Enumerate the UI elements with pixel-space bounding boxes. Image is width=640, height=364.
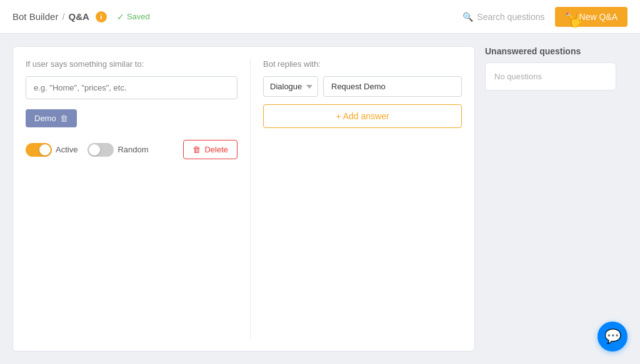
messenger-icon: 💬 xyxy=(604,328,621,345)
dialogue-select[interactable]: Dialogue xyxy=(263,76,318,97)
pencil-icon: ✏️ xyxy=(565,12,576,22)
search-placeholder-text: Search questions xyxy=(477,12,544,22)
delete-button[interactable]: 🗑 Delete xyxy=(183,140,238,159)
demo-tag-label: Demo xyxy=(34,114,56,123)
messenger-fab[interactable]: 💬 xyxy=(598,322,628,352)
random-toggle-group: Random xyxy=(88,143,148,157)
search-container: 🔍 Search questions xyxy=(462,12,544,22)
qa-card: If user says something similar to: Demo … xyxy=(12,46,475,352)
breadcrumb-sep: / xyxy=(62,11,64,22)
answer-input[interactable] xyxy=(323,76,462,97)
unanswered-title: Unanswered questions xyxy=(485,46,616,56)
unanswered-card: No questions xyxy=(485,62,616,91)
user-says-input[interactable] xyxy=(26,76,238,99)
main-content: If user says something similar to: Demo … xyxy=(0,34,640,364)
saved-badge: ✓ Saved xyxy=(117,12,150,22)
breadcrumb-qna: Q&A xyxy=(69,11,89,22)
random-toggle[interactable] xyxy=(88,143,114,157)
toggle-thumb-random xyxy=(89,144,100,155)
active-toggle-group: Active xyxy=(26,143,78,157)
toggle-thumb-active xyxy=(39,144,51,155)
trash-icon: 🗑 xyxy=(60,114,68,123)
add-answer-label: + Add answer xyxy=(336,111,389,121)
info-icon[interactable]: i xyxy=(96,11,107,22)
left-panel: If user says something similar to: Demo … xyxy=(26,59,251,338)
add-answer-button[interactable]: + Add answer xyxy=(263,104,462,128)
saved-label: Saved xyxy=(127,12,150,21)
search-icon: 🔍 xyxy=(462,12,473,22)
check-icon: ✓ xyxy=(117,12,124,22)
unanswered-empty-label: No questions xyxy=(494,72,542,81)
breadcrumb: Bot Builder / Q&A i ✓ Saved xyxy=(12,11,150,22)
active-toggle[interactable] xyxy=(26,143,52,157)
unanswered-panel: Unanswered questions No questions xyxy=(485,46,616,352)
delete-trash-icon: 🗑 xyxy=(192,145,201,154)
active-label: Active xyxy=(56,145,78,154)
new-qna-label: New Q&A xyxy=(579,12,618,22)
header-right: 🔍 Search questions ✏️ New Q&A xyxy=(462,7,628,27)
controls-row: Active Random 🗑 Delete xyxy=(26,140,238,159)
left-panel-label: If user says something similar to: xyxy=(26,59,238,69)
new-qna-button[interactable]: ✏️ New Q&A xyxy=(555,7,628,27)
header: Bot Builder / Q&A i ✓ Saved 🔍 Search que… xyxy=(0,0,640,34)
demo-tag-button[interactable]: Demo 🗑 xyxy=(26,109,77,127)
right-panel-label: Bot replies with: xyxy=(263,59,462,69)
random-label: Random xyxy=(118,145,148,154)
delete-label: Delete xyxy=(204,145,228,154)
right-panel: Bot replies with: Dialogue + Add answer xyxy=(251,59,462,338)
answer-row: Dialogue xyxy=(263,76,462,97)
breadcrumb-bot: Bot Builder xyxy=(12,11,58,22)
